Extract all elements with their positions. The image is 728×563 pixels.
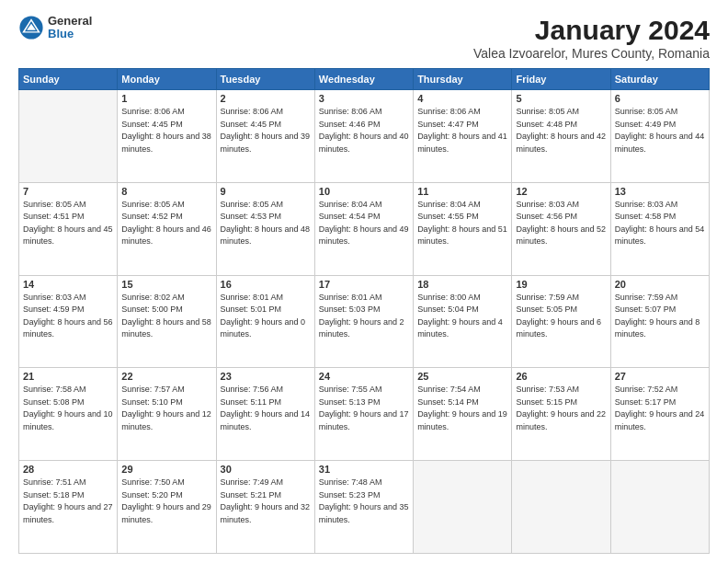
day-number: 22 — [121, 371, 211, 382]
day-cell: 5Sunrise: 8:05 AMSunset: 4:48 PMDaylight… — [512, 90, 610, 183]
day-number: 30 — [221, 464, 311, 475]
day-cell — [19, 90, 118, 183]
main-title: January 2024 — [473, 15, 710, 46]
col-header-monday: Monday — [118, 69, 216, 90]
day-number: 16 — [221, 279, 311, 290]
day-detail: Sunrise: 7:50 AMSunset: 5:20 PMDaylight:… — [121, 477, 211, 526]
day-number: 9 — [221, 186, 311, 197]
day-detail: Sunrise: 8:02 AMSunset: 5:00 PMDaylight:… — [121, 292, 211, 341]
day-cell — [610, 461, 709, 554]
calendar-table: SundayMondayTuesdayWednesdayThursdayFrid… — [18, 68, 710, 554]
day-cell: 4Sunrise: 8:06 AMSunset: 4:47 PMDaylight… — [414, 90, 512, 183]
day-cell: 23Sunrise: 7:56 AMSunset: 5:11 PMDayligh… — [216, 368, 314, 461]
day-detail: Sunrise: 7:52 AMSunset: 5:17 PMDaylight:… — [615, 384, 705, 433]
day-number: 24 — [319, 371, 409, 382]
day-cell: 30Sunrise: 7:49 AMSunset: 5:21 PMDayligh… — [216, 461, 314, 554]
day-detail: Sunrise: 7:53 AMSunset: 5:15 PMDaylight:… — [516, 384, 606, 433]
day-number: 3 — [319, 93, 409, 104]
day-cell: 20Sunrise: 7:59 AMSunset: 5:07 PMDayligh… — [610, 275, 709, 368]
day-cell: 25Sunrise: 7:54 AMSunset: 5:14 PMDayligh… — [414, 368, 512, 461]
day-detail: Sunrise: 7:59 AMSunset: 5:05 PMDaylight:… — [516, 292, 606, 341]
day-cell — [414, 461, 512, 554]
day-detail: Sunrise: 7:59 AMSunset: 5:07 PMDaylight:… — [615, 292, 705, 341]
day-number: 15 — [121, 279, 211, 290]
day-cell: 9Sunrise: 8:05 AMSunset: 4:53 PMDaylight… — [216, 182, 314, 275]
day-detail: Sunrise: 7:49 AMSunset: 5:21 PMDaylight:… — [221, 477, 311, 526]
day-cell: 7Sunrise: 8:05 AMSunset: 4:51 PMDaylight… — [19, 182, 118, 275]
day-detail: Sunrise: 7:51 AMSunset: 5:18 PMDaylight:… — [23, 477, 113, 526]
day-detail: Sunrise: 8:00 AMSunset: 5:04 PMDaylight:… — [417, 292, 507, 341]
day-cell: 8Sunrise: 8:05 AMSunset: 4:52 PMDaylight… — [118, 182, 216, 275]
col-header-sunday: Sunday — [19, 69, 118, 90]
day-number: 6 — [615, 93, 705, 104]
subtitle: Valea Izvoarelor, Mures County, Romania — [473, 46, 710, 61]
logo-blue: Blue — [48, 28, 92, 40]
day-number: 10 — [319, 186, 409, 197]
logo-general: General — [48, 15, 92, 28]
col-header-wednesday: Wednesday — [314, 69, 413, 90]
day-cell: 18Sunrise: 8:00 AMSunset: 5:04 PMDayligh… — [414, 275, 512, 368]
day-number: 5 — [516, 93, 606, 104]
day-cell: 31Sunrise: 7:48 AMSunset: 5:23 PMDayligh… — [314, 461, 413, 554]
day-cell: 1Sunrise: 8:06 AMSunset: 4:45 PMDaylight… — [118, 90, 216, 183]
day-cell: 15Sunrise: 8:02 AMSunset: 5:00 PMDayligh… — [118, 275, 216, 368]
day-cell: 3Sunrise: 8:06 AMSunset: 4:46 PMDaylight… — [314, 90, 413, 183]
day-number: 2 — [221, 93, 311, 104]
day-number: 31 — [319, 464, 409, 475]
day-cell: 17Sunrise: 8:01 AMSunset: 5:03 PMDayligh… — [314, 275, 413, 368]
logo: General Blue — [18, 15, 92, 41]
col-header-friday: Friday — [512, 69, 610, 90]
header: General Blue January 2024 Valea Izvoarel… — [18, 15, 710, 61]
day-number: 23 — [221, 371, 311, 382]
week-row-2: 7Sunrise: 8:05 AMSunset: 4:51 PMDaylight… — [19, 182, 710, 275]
day-number: 19 — [516, 279, 606, 290]
day-number: 13 — [615, 186, 705, 197]
logo-icon — [18, 15, 44, 40]
col-header-tuesday: Tuesday — [216, 69, 314, 90]
day-detail: Sunrise: 8:05 AMSunset: 4:52 PMDaylight:… — [121, 199, 211, 248]
day-detail: Sunrise: 7:58 AMSunset: 5:08 PMDaylight:… — [23, 384, 113, 433]
day-detail: Sunrise: 8:06 AMSunset: 4:45 PMDaylight:… — [221, 106, 311, 155]
day-cell: 29Sunrise: 7:50 AMSunset: 5:20 PMDayligh… — [118, 461, 216, 554]
day-cell: 12Sunrise: 8:03 AMSunset: 4:56 PMDayligh… — [512, 182, 610, 275]
day-detail: Sunrise: 8:01 AMSunset: 5:01 PMDaylight:… — [221, 292, 311, 341]
day-cell: 27Sunrise: 7:52 AMSunset: 5:17 PMDayligh… — [610, 368, 709, 461]
day-cell: 22Sunrise: 7:57 AMSunset: 5:10 PMDayligh… — [118, 368, 216, 461]
col-header-thursday: Thursday — [414, 69, 512, 90]
day-detail: Sunrise: 7:48 AMSunset: 5:23 PMDaylight:… — [319, 477, 409, 526]
day-cell: 14Sunrise: 8:03 AMSunset: 4:59 PMDayligh… — [19, 275, 118, 368]
day-number: 29 — [121, 464, 211, 475]
day-number: 14 — [23, 279, 113, 290]
day-cell: 10Sunrise: 8:04 AMSunset: 4:54 PMDayligh… — [314, 182, 413, 275]
day-number: 25 — [417, 371, 507, 382]
day-cell: 13Sunrise: 8:03 AMSunset: 4:58 PMDayligh… — [610, 182, 709, 275]
day-detail: Sunrise: 7:55 AMSunset: 5:13 PMDaylight:… — [319, 384, 409, 433]
day-detail: Sunrise: 8:06 AMSunset: 4:45 PMDaylight:… — [121, 106, 211, 155]
week-row-5: 28Sunrise: 7:51 AMSunset: 5:18 PMDayligh… — [19, 461, 710, 554]
day-cell: 6Sunrise: 8:05 AMSunset: 4:49 PMDaylight… — [610, 90, 709, 183]
day-number: 7 — [23, 186, 113, 197]
day-cell — [512, 461, 610, 554]
day-detail: Sunrise: 8:06 AMSunset: 4:47 PMDaylight:… — [417, 106, 507, 155]
logo-text: General Blue — [48, 15, 92, 41]
day-number: 21 — [23, 371, 113, 382]
day-detail: Sunrise: 7:54 AMSunset: 5:14 PMDaylight:… — [417, 384, 507, 433]
day-cell: 26Sunrise: 7:53 AMSunset: 5:15 PMDayligh… — [512, 368, 610, 461]
day-number: 20 — [615, 279, 705, 290]
day-number: 12 — [516, 186, 606, 197]
day-number: 28 — [23, 464, 113, 475]
day-number: 27 — [615, 371, 705, 382]
day-cell: 21Sunrise: 7:58 AMSunset: 5:08 PMDayligh… — [19, 368, 118, 461]
day-cell: 11Sunrise: 8:04 AMSunset: 4:55 PMDayligh… — [414, 182, 512, 275]
day-detail: Sunrise: 8:04 AMSunset: 4:54 PMDaylight:… — [319, 199, 409, 248]
day-number: 1 — [121, 93, 211, 104]
page: General Blue January 2024 Valea Izvoarel… — [0, 0, 728, 563]
day-cell: 16Sunrise: 8:01 AMSunset: 5:01 PMDayligh… — [216, 275, 314, 368]
day-cell: 24Sunrise: 7:55 AMSunset: 5:13 PMDayligh… — [314, 368, 413, 461]
col-header-saturday: Saturday — [610, 69, 709, 90]
day-detail: Sunrise: 7:56 AMSunset: 5:11 PMDaylight:… — [221, 384, 311, 433]
day-detail: Sunrise: 7:57 AMSunset: 5:10 PMDaylight:… — [121, 384, 211, 433]
day-detail: Sunrise: 8:04 AMSunset: 4:55 PMDaylight:… — [417, 199, 507, 248]
day-detail: Sunrise: 8:03 AMSunset: 4:59 PMDaylight:… — [23, 292, 113, 341]
day-detail: Sunrise: 8:05 AMSunset: 4:49 PMDaylight:… — [615, 106, 705, 155]
